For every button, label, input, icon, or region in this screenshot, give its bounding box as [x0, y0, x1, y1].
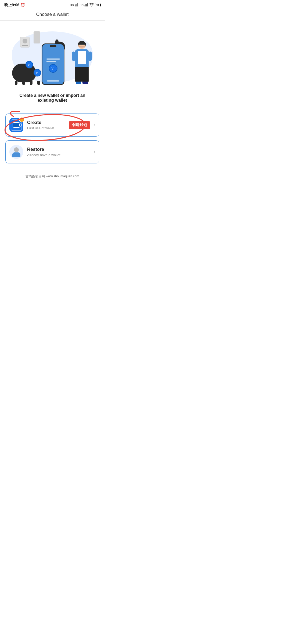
signal-icon-1	[75, 3, 78, 7]
coin-illustration-1: V	[26, 61, 33, 68]
svg-rect-1	[76, 4, 77, 6]
svg-rect-6	[86, 4, 87, 6]
restore-wallet-card[interactable]: Restore Already have a wallet ›	[5, 140, 99, 163]
restore-chevron-icon: ›	[94, 149, 95, 154]
hd-badge-1: HD	[70, 4, 74, 7]
person-illustration	[71, 41, 93, 86]
decor-box-right	[34, 31, 40, 43]
restore-icon-area	[9, 145, 23, 159]
svg-text:V: V	[36, 72, 38, 74]
create-title: Create	[27, 120, 65, 125]
hd-badge-2: HD	[79, 4, 83, 7]
piggy-bank-illustration: V V	[12, 60, 42, 82]
time-display: 晚上9:06	[4, 3, 19, 7]
create-chevron-icon: ›	[94, 123, 95, 127]
alarm-icon: ⏰	[20, 3, 25, 7]
page-title-bar: Choose a wallet	[0, 9, 105, 21]
status-bar: 晚上9:06 ⏰ HD HD	[0, 0, 105, 9]
wifi-icon	[89, 3, 94, 7]
svg-rect-5	[85, 4, 86, 6]
footer: 首码圈项目网 www.shoumaquan.com	[0, 163, 105, 184]
signal-icon-2	[85, 3, 88, 7]
options-container: Create First use of wallet 创建钱包 › Restor…	[0, 114, 105, 163]
decor-box-left	[20, 37, 30, 47]
create-wallet-badge: 创建钱包	[69, 121, 90, 129]
svg-rect-4	[85, 5, 85, 6]
svg-text:V: V	[52, 67, 53, 70]
svg-rect-0	[75, 5, 75, 6]
restore-subtitle: Already have a wallet	[27, 153, 90, 157]
restore-person-icon	[9, 145, 23, 159]
svg-text:V: V	[28, 64, 30, 66]
restore-title: Restore	[27, 147, 90, 152]
create-option-text: Create First use of wallet	[27, 120, 65, 130]
coin-illustration-2: V	[34, 69, 41, 76]
svg-rect-3	[78, 3, 78, 6]
create-icon-area	[9, 118, 23, 132]
create-wallet-card[interactable]: Create First use of wallet 创建钱包 ›	[5, 114, 99, 137]
svg-rect-7	[87, 3, 88, 6]
hero-subtitle: Create a new wallet or import an existin…	[11, 93, 94, 103]
footer-text: 首码圈项目网 www.shoumaquan.com	[26, 174, 79, 178]
status-indicators: HD HD	[70, 3, 100, 7]
page-title: Choose a wallet	[0, 12, 105, 17]
coin-overlay-icon	[19, 117, 24, 122]
hero-illustration: V V V	[9, 29, 95, 88]
create-subtitle: First use of wallet	[27, 126, 65, 130]
phone-illustration: V	[42, 43, 64, 85]
phone-coin-illustration: V	[49, 64, 57, 73]
svg-point-8	[91, 6, 92, 6]
status-time: 晚上9:06 ⏰	[4, 3, 25, 8]
create-card-wrapper: Create First use of wallet 创建钱包 ›	[5, 114, 99, 137]
hero-section: V V V	[0, 21, 105, 114]
battery-level: 33	[96, 4, 99, 7]
svg-rect-2	[77, 4, 77, 6]
battery-icon: 33	[95, 3, 100, 7]
restore-option-text: Restore Already have a wallet	[27, 147, 90, 157]
